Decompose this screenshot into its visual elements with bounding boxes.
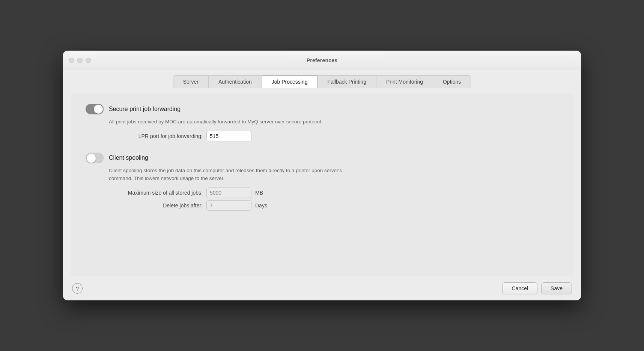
title-bar: Preferences — [63, 51, 581, 70]
close-button[interactable] — [69, 58, 74, 63]
lpr-port-label: LPR port for job forwarding: — [109, 133, 203, 139]
delete-jobs-label: Delete jobs after: — [109, 202, 203, 208]
minimize-button[interactable] — [77, 58, 83, 63]
bottom-bar: ? Cancel Save — [63, 276, 581, 300]
tab-bar: Server Authentication Job Processing Fal… — [63, 70, 581, 88]
client-spooling-knob — [87, 154, 96, 163]
lpr-port-input[interactable] — [206, 131, 251, 141]
cancel-button[interactable]: Cancel — [502, 282, 537, 294]
secure-forwarding-label: Secure print job forwarding — [109, 106, 181, 112]
client-spooling-toggle-row: Client spooling — [86, 153, 558, 163]
secure-forwarding-section: Secure print job forwarding All print jo… — [86, 104, 558, 141]
window-title: Preferences — [307, 57, 337, 63]
tab-authentication[interactable]: Authentication — [209, 75, 262, 88]
content-area: Secure print job forwarding All print jo… — [71, 93, 573, 276]
save-button[interactable]: Save — [541, 282, 572, 294]
max-size-label: Maximum size of all stored jobs: — [109, 190, 203, 196]
client-spooling-section: Client spooling Client spooling stores t… — [86, 153, 558, 211]
client-spooling-label: Client spooling — [109, 154, 148, 161]
delete-jobs-input[interactable] — [206, 200, 251, 211]
secure-forwarding-toggle-row: Secure print job forwarding — [86, 104, 558, 114]
max-size-row: Maximum size of all stored jobs: MB — [109, 188, 558, 198]
lpr-port-row: LPR port for job forwarding: — [109, 131, 558, 141]
tab-server[interactable]: Server — [173, 75, 209, 88]
maximize-button[interactable] — [86, 58, 91, 63]
delete-jobs-row: Delete jobs after: Days — [109, 200, 558, 211]
secure-forwarding-knob — [94, 105, 103, 114]
traffic-lights — [69, 58, 91, 63]
tab-print-monitoring[interactable]: Print Monitoring — [376, 75, 433, 88]
delete-jobs-unit: Days — [255, 202, 267, 208]
tab-options[interactable]: Options — [433, 75, 471, 88]
secure-forwarding-toggle[interactable] — [86, 104, 104, 114]
client-spooling-description: Client spooling stores the job data on t… — [109, 167, 364, 182]
tab-job-processing[interactable]: Job Processing — [262, 75, 318, 88]
help-button[interactable]: ? — [72, 283, 83, 294]
action-buttons: Cancel Save — [502, 282, 572, 294]
tab-fallback-printing[interactable]: Fallback Printing — [317, 75, 376, 88]
client-spooling-toggle[interactable] — [86, 153, 104, 163]
max-size-unit: MB — [255, 190, 263, 196]
preferences-window: Preferences Server Authentication Job Pr… — [63, 51, 581, 300]
secure-forwarding-description: All print jobs received by MDC are autom… — [109, 118, 364, 126]
max-size-input[interactable] — [206, 188, 251, 198]
